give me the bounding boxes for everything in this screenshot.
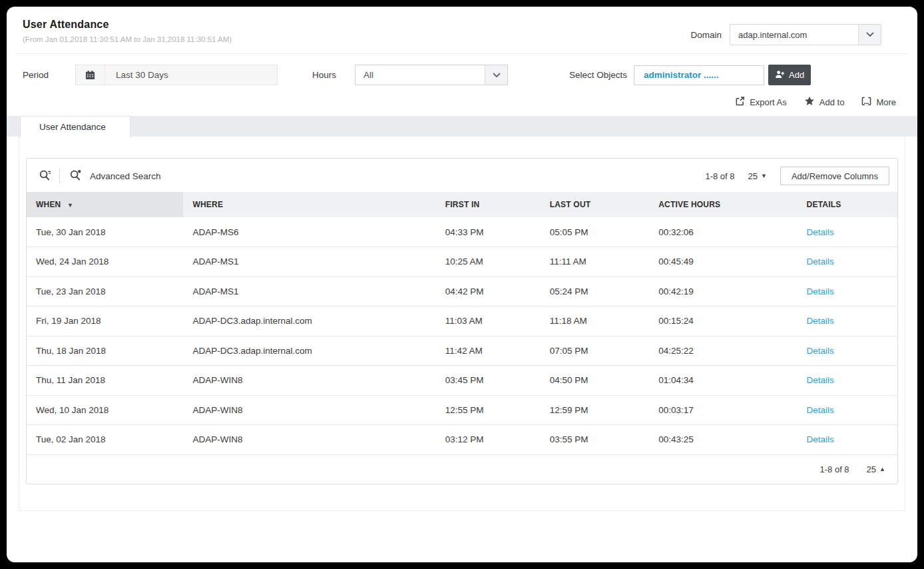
column-header-active-hours[interactable]: ACTIVE HOURS xyxy=(649,192,797,217)
search-button[interactable] xyxy=(36,169,54,183)
toolbar-search-group: Advanced Search xyxy=(36,169,161,183)
cell-where: ADAP-WIN8 xyxy=(183,425,435,455)
column-header-details[interactable]: DETAILS xyxy=(798,192,897,217)
details-link[interactable]: Details xyxy=(807,434,834,444)
details-link[interactable]: Details xyxy=(807,286,834,296)
details-link[interactable]: Details xyxy=(807,227,834,237)
page-size-value: 25 xyxy=(748,171,758,181)
caret-up-icon: ▲ xyxy=(879,466,885,472)
cell-details: Details xyxy=(798,395,897,425)
search-icon xyxy=(39,169,51,183)
footer-row-range-text: 1-8 of 8 xyxy=(820,464,849,474)
cell-details: Details xyxy=(798,336,897,366)
period-value: Last 30 Days xyxy=(105,70,168,80)
cell-details: Details xyxy=(798,425,897,455)
tab-bar: User Attendance xyxy=(7,116,917,137)
add-objects-button[interactable]: Add xyxy=(768,65,811,85)
cell-when: Wed, 24 Jan 2018 xyxy=(27,247,183,277)
table-row: Fri, 19 Jan 2018 ADAP-DC3.adap.internal.… xyxy=(27,306,897,336)
report-header: User Attendance (From Jan 01,2018 11:30:… xyxy=(7,7,917,53)
cell-details: Details xyxy=(798,217,897,247)
domain-selector: Domain adap.internal.com xyxy=(690,24,881,45)
cell-last-out: 11:11 AM xyxy=(541,247,650,277)
details-link[interactable]: Details xyxy=(807,257,834,267)
export-as-button[interactable]: Export As xyxy=(735,96,787,108)
chevron-down-icon xyxy=(485,65,507,85)
table-row: Wed, 24 Jan 2018 ADAP-MS1 10:25 AM 11:11… xyxy=(27,247,897,277)
table-row: Tue, 23 Jan 2018 ADAP-MS1 04:42 PM 05:24… xyxy=(27,277,897,306)
more-icon xyxy=(861,97,871,108)
cell-where: ADAP-WIN8 xyxy=(183,366,435,396)
details-link[interactable]: Details xyxy=(807,346,834,356)
calendar-icon xyxy=(76,65,105,85)
cell-first-in: 04:33 PM xyxy=(436,217,541,247)
cell-first-in: 11:42 AM xyxy=(436,336,541,366)
table-toolbar: Advanced Search 1-8 of 8 25 ▼ Add/Remove… xyxy=(27,159,897,192)
details-link[interactable]: Details xyxy=(807,405,834,415)
footer-page-size-value: 25 xyxy=(867,464,876,474)
tab-user-attendance[interactable]: User Attendance xyxy=(20,116,130,137)
cell-where: ADAP-MS1 xyxy=(183,247,435,277)
toolbar-paging-group: 1-8 of 8 25 ▼ Add/Remove Columns xyxy=(705,167,889,185)
column-header-where[interactable]: WHERE xyxy=(183,192,435,217)
add-remove-columns-button[interactable]: Add/Remove Columns xyxy=(780,167,889,185)
advanced-search-label[interactable]: Advanced Search xyxy=(90,171,161,181)
cell-when: Wed, 10 Jan 2018 xyxy=(27,395,183,425)
more-label: More xyxy=(876,97,896,107)
cell-last-out: 05:24 PM xyxy=(541,277,650,306)
period-picker[interactable]: Last 30 Days xyxy=(75,65,278,85)
domain-dropdown[interactable]: adap.internal.com xyxy=(730,24,881,45)
add-to-label: Add to xyxy=(819,97,845,107)
table-body: Tue, 30 Jan 2018 ADAP-MS6 04:33 PM 05:05… xyxy=(27,217,897,454)
select-objects-label: Select Objects xyxy=(569,70,627,80)
footer-page-size-dropdown[interactable]: 25 ▲ xyxy=(867,464,885,474)
page-size-dropdown[interactable]: 25 ▼ xyxy=(748,171,767,181)
column-header-when[interactable]: WHEN ▼ xyxy=(27,192,183,217)
details-link[interactable]: Details xyxy=(807,375,834,385)
cell-details: Details xyxy=(798,306,897,336)
advanced-search-button[interactable] xyxy=(67,169,85,183)
cell-active-hours: 00:45:49 xyxy=(649,247,797,277)
column-header-last-out[interactable]: LAST OUT xyxy=(541,192,650,217)
hours-dropdown[interactable]: All xyxy=(355,65,508,85)
cell-where: ADAP-MS1 xyxy=(183,277,435,306)
cell-details: Details xyxy=(798,277,897,306)
cell-first-in: 04:42 PM xyxy=(436,277,541,306)
cell-first-in: 03:45 PM xyxy=(436,366,541,396)
cell-first-in: 03:12 PM xyxy=(436,425,541,455)
add-to-button[interactable]: Add to xyxy=(804,96,845,108)
cell-first-in: 11:03 AM xyxy=(436,306,541,336)
cell-details: Details xyxy=(798,247,897,277)
table-row: Tue, 30 Jan 2018 ADAP-MS6 04:33 PM 05:05… xyxy=(27,217,897,247)
table-row: Thu, 11 Jan 2018 ADAP-WIN8 03:45 PM 04:5… xyxy=(27,366,897,396)
caret-down-icon: ▼ xyxy=(761,173,767,179)
hours-value: All xyxy=(355,70,373,80)
cell-details: Details xyxy=(798,366,897,396)
page-title: User Attendance xyxy=(23,19,232,31)
column-header-first-in[interactable]: FIRST IN xyxy=(436,192,541,217)
hours-label: Hours xyxy=(312,70,336,80)
filter-bar: Period Last 30 Days Hours All Select Obj… xyxy=(7,54,917,85)
cell-last-out: 07:05 PM xyxy=(541,336,650,366)
cell-when: Thu, 18 Jan 2018 xyxy=(27,336,183,366)
cell-active-hours: 01:04:34 xyxy=(649,366,797,396)
table-row: Wed, 10 Jan 2018 ADAP-WIN8 12:55 PM 12:5… xyxy=(27,395,897,425)
period-label: Period xyxy=(23,70,49,80)
toolbar-divider xyxy=(59,169,60,183)
cell-active-hours: 00:03:17 xyxy=(649,395,797,425)
title-block: User Attendance (From Jan 01,2018 11:30:… xyxy=(23,19,232,43)
attendance-table: WHEN ▼ WHERE FIRST IN LAST OUT ACTIVE HO… xyxy=(27,192,897,455)
select-objects-input[interactable] xyxy=(634,65,764,85)
cell-when: Tue, 02 Jan 2018 xyxy=(27,425,183,455)
cell-where: ADAP-DC3.adap.internal.com xyxy=(183,336,435,366)
sort-desc-icon: ▼ xyxy=(67,202,73,209)
chevron-down-icon xyxy=(858,25,881,45)
details-link[interactable]: Details xyxy=(807,316,834,326)
table-row: Tue, 02 Jan 2018 ADAP-WIN8 03:12 PM 03:5… xyxy=(27,425,897,455)
tab-content-panel: Advanced Search 1-8 of 8 25 ▼ Add/Remove… xyxy=(19,137,905,511)
table-row: Thu, 18 Jan 2018 ADAP-DC3.adap.internal.… xyxy=(27,336,897,366)
add-button-label: Add xyxy=(789,70,804,80)
report-table-card: Advanced Search 1-8 of 8 25 ▼ Add/Remove… xyxy=(26,158,898,484)
domain-value: adap.internal.com xyxy=(730,30,807,40)
more-button[interactable]: More xyxy=(861,97,896,108)
